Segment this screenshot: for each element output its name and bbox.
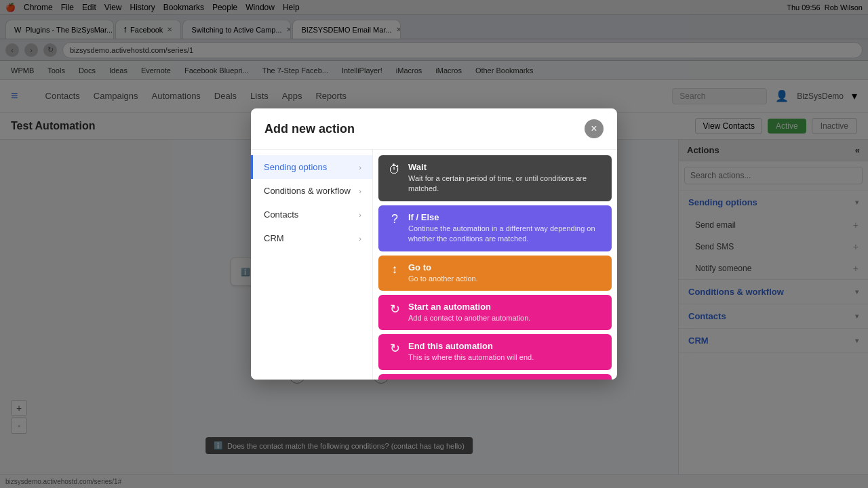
action-card-start-automation[interactable]: ↻ Start an automation Add a contact to a… (378, 295, 612, 330)
modal-overlay[interactable]: Add new action × Sending options › Condi… (0, 0, 868, 488)
start-automation-content: Start an automation Add a contact to ano… (408, 302, 602, 323)
ifelse-content: If / Else Continue the automation in a d… (408, 212, 602, 245)
modal-menu-crm[interactable]: CRM › (251, 226, 372, 250)
modal-body: Sending options › Conditions & workflow … (251, 150, 617, 380)
goto-content: Go to Go to another action. (408, 262, 602, 284)
modal-actions-list: ⏱ Wait Wait for a certain period of time… (373, 150, 617, 380)
modal-menu-contacts-label: Contacts (264, 209, 298, 220)
modal-header: Add new action × (251, 108, 617, 150)
modal-menu-contacts[interactable]: Contacts › (251, 203, 372, 226)
modal-menu-sending-label: Sending options (264, 162, 327, 172)
action-card-end-other[interactable]: ↻ End other automation Have this contact… (378, 374, 612, 380)
end-automation-content: End this automation This is where this a… (408, 341, 602, 363)
action-card-end-automation[interactable]: ↻ End this automation This is where this… (378, 334, 612, 369)
end-automation-title: End this automation (408, 341, 602, 351)
start-automation-title: Start an automation (408, 302, 602, 312)
modal-close-button[interactable]: × (585, 119, 604, 138)
ifelse-desc: Continue the automation in a different w… (408, 224, 602, 245)
wait-icon: ⏱ (388, 163, 401, 176)
contacts-arrow-icon: › (359, 211, 361, 219)
action-card-goto[interactable]: ↕ Go to Go to another action. (378, 256, 612, 291)
start-automation-desc: Add a contact to another automation. (408, 313, 602, 323)
action-card-ifelse[interactable]: ? If / Else Continue the automation in a… (378, 205, 612, 251)
wait-content: Wait Wait for a certain period of time, … (408, 162, 602, 195)
modal-left-menu: Sending options › Conditions & workflow … (251, 150, 373, 380)
modal-menu-conditions[interactable]: Conditions & workflow › (251, 179, 372, 203)
conditions-arrow-icon: › (359, 187, 361, 195)
ifelse-title: If / Else (408, 212, 602, 222)
start-automation-icon: ↻ (388, 302, 401, 316)
goto-desc: Go to another action. (408, 274, 602, 284)
goto-title: Go to (408, 262, 602, 272)
wait-desc: Wait for a certain period of time, or un… (408, 174, 602, 195)
end-automation-icon: ↻ (388, 342, 401, 355)
ifelse-icon: ? (388, 213, 401, 226)
modal-menu-crm-label: CRM (264, 233, 284, 243)
crm-arrow-icon: › (359, 235, 361, 243)
modal-menu-conditions-label: Conditions & workflow (264, 186, 351, 196)
modal-menu-sending[interactable]: Sending options › (251, 155, 372, 179)
action-card-wait[interactable]: ⏱ Wait Wait for a certain period of time… (378, 155, 612, 201)
add-action-modal: Add new action × Sending options › Condi… (251, 108, 617, 380)
wait-title: Wait (408, 162, 602, 172)
end-automation-desc: This is where this automation will end. (408, 352, 602, 363)
sending-arrow-icon: › (359, 163, 361, 171)
modal-title: Add new action (264, 122, 355, 136)
goto-icon: ↕ (388, 263, 401, 277)
